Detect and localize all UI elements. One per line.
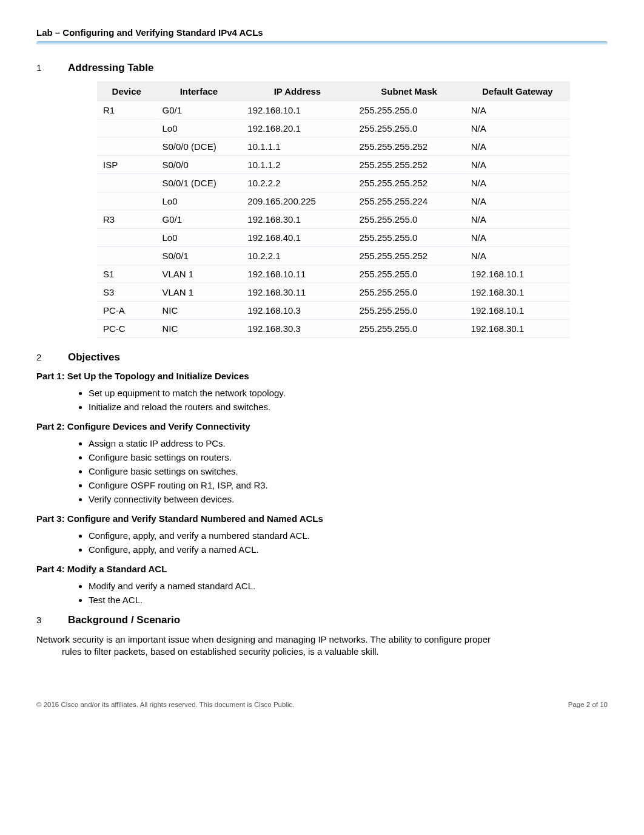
table-row: S3VLAN 1192.168.30.11255.255.255.0192.16… (97, 283, 570, 302)
cell-gw: N/A (465, 120, 570, 138)
cell-gw: 192.168.30.1 (465, 283, 570, 302)
section-heading-objectives: 2 Objectives (36, 351, 608, 363)
background-paragraph: Network security is an important issue w… (36, 634, 608, 658)
table-row: S0/0/110.2.2.1255.255.255.252N/A (97, 247, 570, 265)
list-item: Verify connectivity between devices. (89, 492, 608, 506)
cell-gw: N/A (465, 138, 570, 156)
section-title: Background / Scenario (68, 614, 180, 626)
cell-device: S3 (97, 283, 156, 302)
cell-gw: N/A (465, 229, 570, 247)
cell-device (97, 192, 156, 211)
cell-ip: 192.168.40.1 (241, 229, 353, 247)
cell-gw: 192.168.10.1 (465, 265, 570, 283)
cell-device (97, 120, 156, 138)
th-ip-address: IP Address (241, 81, 353, 101)
cell-iface: Lo0 (156, 120, 242, 138)
list-item: Configure, apply, and verify a numbered … (89, 529, 608, 543)
cell-ip: 192.168.30.3 (241, 320, 353, 338)
section-number: 1 (36, 63, 68, 73)
cell-mask: 255.255.255.252 (353, 156, 465, 174)
addressing-table: Device Interface IP Address Subnet Mask … (97, 81, 570, 338)
page-header-title: Lab – Configuring and Verifying Standard… (36, 27, 608, 38)
cell-device: S1 (97, 265, 156, 283)
section-number: 3 (36, 615, 68, 625)
cell-gw: N/A (465, 247, 570, 265)
th-subnet-mask: Subnet Mask (353, 81, 465, 101)
cell-iface: VLAN 1 (156, 283, 242, 302)
table-row: PC-ANIC192.168.10.3255.255.255.0192.168.… (97, 302, 570, 320)
cell-ip: 10.1.1.1 (241, 138, 353, 156)
page-footer: © 2016 Cisco and/or its affiliates. All … (36, 701, 608, 708)
table-row: Lo0209.165.200.225255.255.255.224N/A (97, 192, 570, 211)
part2-heading: Part 2: Configure Devices and Verify Con… (36, 421, 608, 431)
cell-mask: 255.255.255.224 (353, 192, 465, 211)
page-container: Lab – Configuring and Verifying Standard… (0, 0, 644, 732)
table-row: S0/0/1 (DCE)10.2.2.2255.255.255.252N/A (97, 174, 570, 192)
cell-ip: 192.168.30.11 (241, 283, 353, 302)
part3-list: Configure, apply, and verify a numbered … (36, 529, 608, 556)
cell-mask: 255.255.255.0 (353, 120, 465, 138)
cell-mask: 255.255.255.252 (353, 138, 465, 156)
cell-mask: 255.255.255.0 (353, 229, 465, 247)
cell-ip: 10.2.2.2 (241, 174, 353, 192)
cell-ip: 192.168.10.11 (241, 265, 353, 283)
cell-ip: 10.2.2.1 (241, 247, 353, 265)
part4-list: Modify and verify a named standard ACL.T… (36, 579, 608, 607)
header-divider (36, 41, 608, 45)
cell-mask: 255.255.255.0 (353, 265, 465, 283)
section-number: 2 (36, 352, 68, 362)
list-item: Assign a static IP address to PCs. (89, 436, 608, 450)
cell-device: R3 (97, 211, 156, 229)
cell-iface: VLAN 1 (156, 265, 242, 283)
cell-iface: G0/1 (156, 211, 242, 229)
cell-iface: S0/0/1 (156, 247, 242, 265)
cell-mask: 255.255.255.0 (353, 101, 465, 120)
cell-device: PC-A (97, 302, 156, 320)
cell-mask: 255.255.255.252 (353, 174, 465, 192)
part1-heading: Part 1: Set Up the Topology and Initiali… (36, 371, 608, 381)
part2-list: Assign a static IP address to PCs.Config… (36, 436, 608, 506)
list-item: Test the ACL. (89, 593, 608, 607)
cell-ip: 192.168.10.1 (241, 101, 353, 120)
cell-iface: NIC (156, 302, 242, 320)
list-item: Initialize and reload the routers and sw… (89, 400, 608, 414)
footer-page-number: Page 2 of 10 (568, 701, 608, 708)
cell-device: ISP (97, 156, 156, 174)
section-title: Addressing Table (68, 62, 153, 74)
cell-ip: 192.168.20.1 (241, 120, 353, 138)
cell-iface: NIC (156, 320, 242, 338)
cell-gw: 192.168.10.1 (465, 302, 570, 320)
section-heading-addressing: 1 Addressing Table (36, 62, 608, 74)
cell-gw: N/A (465, 156, 570, 174)
cell-iface: Lo0 (156, 192, 242, 211)
th-interface: Interface (156, 81, 242, 101)
cell-device: R1 (97, 101, 156, 120)
section-title: Objectives (68, 351, 120, 363)
table-row: ISPS0/0/010.1.1.2255.255.255.252N/A (97, 156, 570, 174)
table-row: Lo0192.168.40.1255.255.255.0N/A (97, 229, 570, 247)
cell-ip: 10.1.1.2 (241, 156, 353, 174)
th-default-gateway: Default Gateway (465, 81, 570, 101)
cell-device (97, 174, 156, 192)
cell-iface: S0/0/0 (156, 156, 242, 174)
cell-iface: G0/1 (156, 101, 242, 120)
footer-copyright: © 2016 Cisco and/or its affiliates. All … (36, 701, 294, 708)
cell-gw: N/A (465, 174, 570, 192)
part1-list: Set up equipment to match the network to… (36, 386, 608, 414)
background-line1: Network security is an important issue w… (36, 634, 491, 644)
cell-device: PC-C (97, 320, 156, 338)
list-item: Configure OSPF routing on R1, ISP, and R… (89, 478, 608, 492)
list-item: Modify and verify a named standard ACL. (89, 579, 608, 593)
cell-gw: N/A (465, 192, 570, 211)
cell-mask: 255.255.255.0 (353, 320, 465, 338)
table-row: R3G0/1192.168.30.1255.255.255.0N/A (97, 211, 570, 229)
cell-mask: 255.255.255.252 (353, 247, 465, 265)
cell-ip: 192.168.10.3 (241, 302, 353, 320)
cell-iface: S0/0/1 (DCE) (156, 174, 242, 192)
cell-device (97, 138, 156, 156)
part4-heading: Part 4: Modify a Standard ACL (36, 564, 608, 574)
table-row: Lo0192.168.20.1255.255.255.0N/A (97, 120, 570, 138)
part3-heading: Part 3: Configure and Verify Standard Nu… (36, 513, 608, 524)
cell-gw: N/A (465, 101, 570, 120)
cell-device (97, 229, 156, 247)
